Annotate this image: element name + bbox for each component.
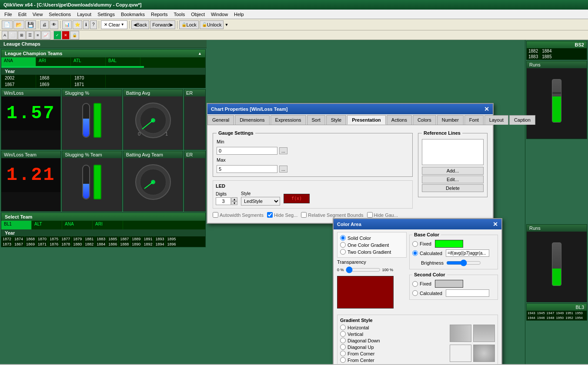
menu-window[interactable]: Window — [208, 11, 231, 18]
second-fixed-swatch[interactable] — [435, 280, 463, 288]
new-btn[interactable]: 📄 — [2, 20, 13, 29]
menu-layout[interactable]: Layout — [74, 11, 94, 18]
tab-presentation[interactable]: Presentation — [347, 115, 386, 125]
solid-color-radio[interactable] — [340, 235, 346, 241]
team-ari[interactable]: ARI — [36, 57, 71, 66]
trans-slider[interactable] — [346, 266, 381, 273]
one-color-grad-radio[interactable] — [340, 242, 346, 248]
tab-style[interactable]: Style — [326, 115, 346, 125]
chart-btn[interactable]: 📊 — [62, 20, 72, 29]
hide-gau-cb[interactable] — [367, 212, 373, 218]
calc-input[interactable] — [446, 249, 489, 257]
min-dots-btn[interactable]: ... — [279, 147, 287, 154]
tab-dimensions[interactable]: Dimensions — [235, 115, 269, 125]
grad-prev-3[interactable] — [450, 345, 471, 362]
digits-input[interactable] — [216, 197, 231, 205]
team-ana[interactable]: ANA — [1, 57, 36, 66]
grad-prev-1[interactable] — [450, 325, 471, 342]
win-loss-team-title: Win/Loss Team — [1, 151, 60, 158]
vert-radio[interactable] — [340, 331, 346, 337]
preview-btn[interactable]: 👁 — [50, 20, 58, 29]
second-calc-input[interactable] — [446, 289, 489, 297]
spin-down[interactable]: ▼ — [231, 201, 237, 205]
grad-prev-4[interactable] — [473, 345, 495, 362]
tb2-chart[interactable]: 📈 — [41, 31, 50, 40]
edit-ref-btn[interactable]: Edit... — [422, 176, 484, 183]
tb2-lock2[interactable]: 🔒 — [70, 31, 79, 40]
menu-edit[interactable]: Edit — [16, 11, 29, 18]
tb2-btn1[interactable]: A — [2, 31, 8, 40]
unlock-btn[interactable]: 🔓 Unlock — [200, 20, 224, 29]
batting-gauge: 0 1 — [124, 96, 183, 144]
fixed-color-swatch[interactable] — [435, 240, 463, 248]
color-area-close[interactable]: ✕ — [493, 221, 498, 228]
menu-view[interactable]: View — [30, 11, 46, 18]
autowidth-cb[interactable] — [213, 212, 218, 218]
back-btn[interactable]: ◀ Back — [131, 20, 149, 29]
menu-bookmarks[interactable]: Bookmarks — [118, 11, 147, 18]
menu-settings[interactable]: Settings — [95, 11, 117, 18]
select-ana[interactable]: ANA — [62, 221, 93, 229]
tab-layout[interactable]: Layout — [484, 115, 508, 125]
tab-font[interactable]: Font — [464, 115, 484, 125]
second-calc-radio[interactable] — [412, 290, 418, 296]
tb2-btn2[interactable]: ⬜ — [8, 31, 17, 40]
star-btn[interactable]: ⭐ — [73, 20, 82, 29]
save-btn[interactable]: 💾 — [25, 20, 36, 29]
grad-prev-2[interactable] — [473, 325, 495, 342]
lock-btn[interactable]: 🔒 Lock — [179, 20, 199, 29]
team-bal[interactable]: BAL — [106, 57, 140, 66]
win-loss-team-panel: Win/Loss Team 1.21 — [1, 151, 61, 212]
tb2-green-btn[interactable]: ✓ — [53, 31, 61, 40]
tab-actions[interactable]: Actions — [387, 115, 412, 125]
menu-tools[interactable]: Tools — [171, 11, 187, 18]
relative-cb[interactable] — [301, 212, 307, 218]
forward-btn[interactable]: Forward ▶ — [150, 20, 175, 29]
min-input[interactable] — [217, 147, 277, 155]
chart-props-close[interactable]: ✕ — [484, 106, 489, 113]
menu-help[interactable]: Help — [231, 11, 247, 18]
help-btn[interactable]: ? — [90, 20, 97, 29]
clear-btn[interactable]: ✕ Clear ▼ — [101, 20, 127, 29]
max-dots-btn[interactable]: ... — [279, 166, 287, 173]
style-select[interactable]: LedStyle Digital Classic — [241, 197, 280, 206]
open-btn[interactable]: 📂 — [13, 20, 24, 29]
tb2-btn3[interactable]: ⊞ — [18, 31, 26, 40]
team-atl[interactable]: ATL — [71, 57, 106, 66]
tab-expressions[interactable]: Expressions — [271, 115, 306, 125]
tab-sort[interactable]: Sort — [307, 115, 325, 125]
brightness-slider[interactable] — [446, 259, 481, 266]
tab-general[interactable]: General — [207, 115, 234, 125]
select-bl1[interactable]: BL1 — [1, 221, 32, 229]
tab-number[interactable]: Number — [437, 115, 464, 125]
spin-up[interactable]: ▲ — [231, 197, 237, 201]
second-fixed-radio[interactable] — [412, 281, 418, 287]
max-input[interactable] — [217, 165, 277, 173]
select-ari[interactable]: ARI — [93, 221, 123, 229]
menu-object[interactable]: Object — [188, 11, 207, 18]
fixed-radio[interactable] — [412, 241, 418, 247]
menu-reports[interactable]: Reports — [148, 11, 170, 18]
hide-seg-cb[interactable] — [267, 212, 273, 218]
diag-down-radio[interactable] — [340, 338, 346, 343]
print-btn[interactable]: 🖨 — [40, 20, 49, 29]
delete-ref-btn[interactable]: Delete — [422, 184, 484, 192]
info-btn[interactable]: ℹ — [83, 20, 89, 29]
tab-colors[interactable]: Colors — [413, 115, 436, 125]
horiz-radio[interactable] — [340, 325, 346, 330]
diag-up-radio[interactable] — [340, 344, 346, 350]
from-corner-radio[interactable] — [340, 351, 346, 356]
led-preview[interactable]: f(x) — [284, 194, 310, 203]
menu-selections[interactable]: Selections — [46, 11, 74, 18]
tab-caption[interactable]: Caption — [509, 115, 535, 125]
tb2-btn5[interactable]: ≡ — [34, 31, 41, 40]
select-alt[interactable]: ALT — [32, 221, 62, 229]
league-scroll[interactable]: ▲ — [198, 51, 202, 56]
menu-file[interactable]: File — [2, 11, 15, 18]
tb2-btn4[interactable]: ☰ — [26, 31, 34, 40]
tb2-x-btn[interactable]: ✕ — [62, 31, 70, 40]
two-color-grad-radio[interactable] — [340, 249, 346, 255]
add-ref-btn[interactable]: Add... — [422, 167, 484, 175]
calc-radio[interactable] — [412, 250, 418, 256]
from-center-radio[interactable] — [340, 357, 346, 363]
